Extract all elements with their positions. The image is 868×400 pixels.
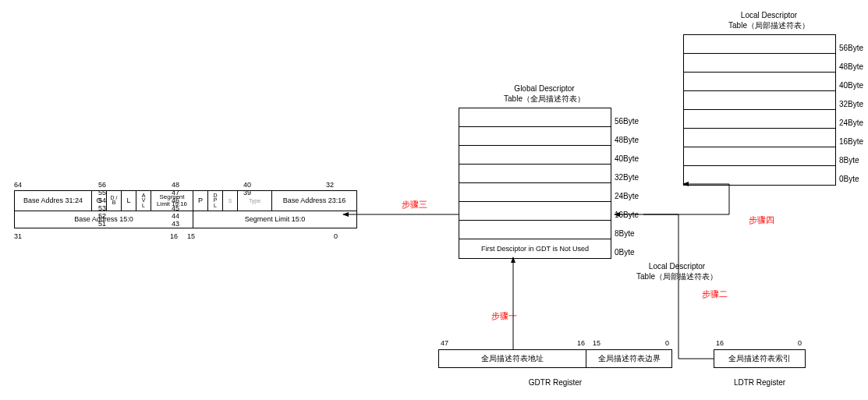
tick-16b: 16 <box>170 232 178 240</box>
ldt-byte-16: 16Byte <box>839 137 863 146</box>
descriptor-table: Base Addres 31:24 G D / B L A V L Segmen… <box>14 190 357 228</box>
gdt-row-1 <box>459 221 611 239</box>
gdt-table: First Desciptor in GDT is Not Used <box>459 108 611 259</box>
cell-type: Type <box>238 191 272 211</box>
descriptor-row-1: Base Addres 31:24 G D / B L A V L Segmen… <box>15 191 357 211</box>
ldt-byte-24: 24Byte <box>839 119 863 127</box>
tick-31: 31 <box>14 232 22 240</box>
ldt-row-6 <box>684 54 835 73</box>
ldt-small-label: Local Descriptor Table（局部描述符表） <box>615 261 739 281</box>
gdtr-tick-0: 0 <box>665 339 669 347</box>
ldt-row-3 <box>684 110 835 129</box>
cell-dpl: D P L <box>208 191 223 211</box>
cell-g: G <box>92 191 107 211</box>
ldt-row-1 <box>684 147 835 166</box>
gdt-title: Global Descriptor Table（全局描述符表） <box>459 83 630 104</box>
gdt-row-0: First Desciptor in GDT is Not Used <box>459 239 611 258</box>
step-4: 步骤四 <box>749 214 774 226</box>
gdt-row-4 <box>459 165 611 183</box>
cell-l: L <box>122 191 136 211</box>
cell-seg-limit-19-16: Segment Limit 19:16 <box>151 191 193 211</box>
gdtr-limit: 全局描述符表边界 <box>586 350 671 367</box>
ldt-row-2 <box>684 129 835 147</box>
ldtr-tick-0: 0 <box>798 339 802 347</box>
ldt-byte-8: 8Byte <box>839 156 859 165</box>
ldtr-tick-16: 16 <box>716 339 724 347</box>
cell-base-31-24: Base Addres 31:24 <box>15 191 92 211</box>
gdt-row-7 <box>459 108 611 127</box>
gdtr-addr: 全局描述符表地址 <box>439 350 586 367</box>
gdt-byte-56: 56Byte <box>615 117 639 126</box>
gdt-byte-48: 48Byte <box>615 136 639 144</box>
tick-32: 32 <box>326 181 334 189</box>
ldt-row-7 <box>684 35 835 54</box>
ldt-title: Local Descriptor Table（局部描述符表） <box>683 10 855 30</box>
cell-avl: A V L <box>136 191 151 211</box>
ldt-title-line2: Table（局部描述符表） <box>683 20 855 30</box>
cell-p: P <box>193 191 208 211</box>
ldt-row-0 <box>684 166 835 185</box>
ldt-small-line2: Table（局部描述符表） <box>615 271 739 281</box>
ldt-byte-48: 48Byte <box>839 62 863 71</box>
cell-base-23-16: Base Address 23:16 <box>272 191 357 211</box>
gdt-byte-0: 0Byte <box>615 248 635 257</box>
gdt-byte-16: 16Byte <box>615 211 639 219</box>
ldt-row-5 <box>684 73 835 91</box>
tick-0b: 0 <box>334 232 338 240</box>
ldt-row-4 <box>684 91 835 110</box>
gdt-row-6 <box>459 127 611 146</box>
gdt-byte-40: 40Byte <box>615 154 639 163</box>
gdt-byte-8: 8Byte <box>615 229 635 238</box>
gdt-byte-24: 24Byte <box>615 192 639 200</box>
cell-db: D / B <box>107 191 122 211</box>
ldt-byte-56: 56Byte <box>839 44 863 52</box>
ldt-byte-40: 40Byte <box>839 81 863 90</box>
gdtr-tick-15: 15 <box>593 339 601 347</box>
descriptor-row-2: Base Address 15:0 Segment Limit 15:0 <box>15 211 357 228</box>
cell-seg-limit-15-0: Segment Limit 15:0 <box>193 211 357 228</box>
ldt-title-line1: Local Descriptor <box>683 10 855 20</box>
step-2: 步骤二 <box>702 288 728 300</box>
ldt-table <box>683 34 836 186</box>
tick-15b: 15 <box>187 232 195 240</box>
step-1: 步骤一 <box>491 310 517 322</box>
gdt-row-5 <box>459 146 611 165</box>
gdtr-tick-16: 16 <box>577 339 585 347</box>
ldt-byte-0: 0Byte <box>839 175 859 183</box>
ldt-small-line1: Local Descriptor <box>615 261 739 271</box>
gdt-title-line2: Table（全局描述符表） <box>459 94 630 104</box>
gdt-title-line1: Global Descriptor <box>459 83 630 94</box>
gdtr-tick-47: 47 <box>441 339 448 347</box>
cell-base-15-0: Base Address 15:0 <box>15 211 193 228</box>
gdtr-register: 全局描述符表地址 全局描述符表边界 <box>438 349 672 368</box>
ldtr-index: 全局描述符表索引 <box>714 350 805 367</box>
gdtr-label: GDTR Register <box>438 378 672 387</box>
ldt-byte-32: 32Byte <box>839 100 863 108</box>
tick-64: 64 <box>14 181 22 189</box>
gdt-row-3 <box>459 183 611 202</box>
cell-s: S <box>223 191 238 211</box>
gdt-row-2 <box>459 202 611 221</box>
ldtr-register: 全局描述符表索引 <box>714 349 806 368</box>
ldtr-label: LDTR Register <box>714 378 806 387</box>
step-3: 步骤三 <box>402 199 427 211</box>
gdt-byte-32: 32Byte <box>615 173 639 182</box>
